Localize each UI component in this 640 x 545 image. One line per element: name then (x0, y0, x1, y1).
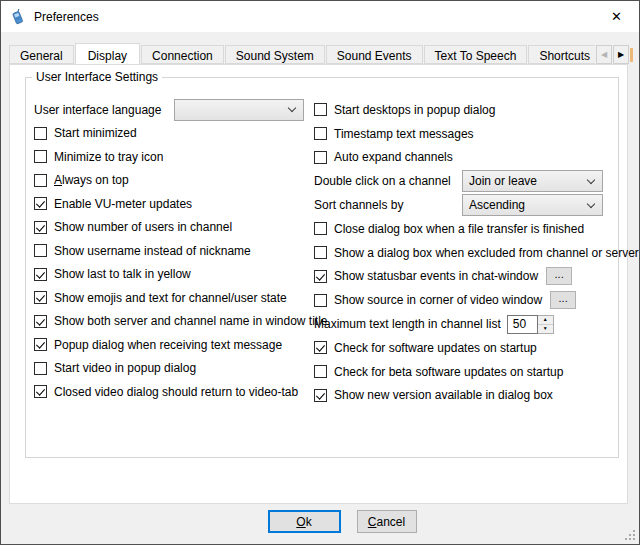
tab-label: Connection (152, 49, 213, 63)
checkbox-row[interactable]: Show username instead of nickname (34, 239, 314, 263)
checkbox[interactable] (34, 197, 47, 210)
checkbox-row[interactable]: Enable VU-meter updates (34, 192, 314, 216)
tab-scroll-right-icon[interactable]: ▶ (613, 45, 629, 64)
spinner-down-icon[interactable]: ▼ (538, 325, 553, 333)
checkbox[interactable] (314, 127, 327, 140)
checkbox[interactable] (34, 174, 47, 187)
checkbox[interactable] (314, 294, 327, 307)
ok-button[interactable]: Ok (268, 510, 341, 533)
right-checkbox-list-mid: Close dialog box when a file transfer is… (314, 217, 618, 265)
checkbox[interactable] (34, 244, 47, 257)
checkbox-row[interactable]: Show both server and channel name in win… (34, 310, 314, 334)
sort-channels-combobox-value: Ascending (469, 198, 525, 212)
titlebar[interactable]: Preferences ✕ (1, 1, 639, 32)
checkbox-row[interactable]: Closed video dialog should return to vid… (34, 380, 314, 404)
checkbox[interactable] (34, 338, 47, 351)
tab-label: General (20, 49, 63, 63)
user-interface-settings-group: User Interface Settings User interface l… (25, 77, 619, 458)
checkbox-row[interactable]: Start minimized (34, 122, 314, 146)
close-button[interactable]: ✕ (594, 1, 639, 31)
checkbox-row[interactable]: Always on top (34, 169, 314, 193)
tab-label: Sound Events (337, 49, 412, 63)
checkbox[interactable] (314, 389, 327, 402)
checkbox-row[interactable]: Check for software updates on startup (314, 336, 618, 360)
checkbox-label: Auto expand channels (334, 150, 453, 164)
tab[interactable]: Shortcuts (528, 45, 595, 64)
tab-label: Shortcuts (539, 49, 590, 63)
spinner-value[interactable]: 50 (507, 315, 538, 334)
tab-bar: General Display Connection Sound System … (9, 42, 633, 64)
resize-grip-dots (625, 538, 627, 540)
checkbox[interactable] (34, 127, 47, 140)
tab[interactable]: General (9, 45, 74, 64)
checkbox-label: Show source in corner of video window (334, 293, 542, 307)
sort-channels-combobox[interactable]: Ascending (462, 194, 603, 216)
checkbox-row[interactable]: Auto expand channels (314, 146, 618, 170)
tab[interactable]: Sound Events (326, 45, 423, 64)
tab[interactable]: Display (75, 43, 140, 64)
tab-scroller: ◀ ▶ (595, 42, 633, 64)
double-click-combobox[interactable]: Join or leave (462, 170, 603, 192)
footer: Ok Cancel (23, 510, 640, 533)
checkbox[interactable] (314, 246, 327, 259)
spinner-buttons: ▲ ▼ (538, 315, 554, 334)
checkbox[interactable] (34, 315, 47, 328)
checkbox-row[interactable]: Start desktops in popup dialog (314, 98, 618, 122)
tabs-strip: General Display Connection Sound System … (9, 42, 595, 64)
checkbox[interactable] (314, 341, 327, 354)
checkbox-row[interactable]: Show new version available in dialog box (314, 384, 618, 408)
checkbox[interactable] (34, 385, 47, 398)
checkbox-row[interactable]: Minimize to tray icon (34, 145, 314, 169)
checkbox-row[interactable]: Close dialog box when a file transfer is… (314, 217, 618, 241)
statusbar-events-more-button[interactable]: ... (546, 267, 572, 285)
left-column: User interface language Start minimized (34, 98, 314, 407)
tab-scroll-left-icon[interactable]: ◀ (596, 45, 612, 64)
checkbox-label: Start video in popup dialog (54, 361, 196, 375)
tab[interactable]: Text To Speech (424, 45, 528, 64)
tab[interactable]: Connection (141, 45, 224, 64)
preferences-dialog: Preferences ✕ General Display Connection (0, 0, 640, 545)
checkbox-label: Always on top (54, 173, 129, 187)
checkbox[interactable] (34, 150, 47, 163)
chevron-down-icon (587, 199, 595, 207)
checkbox-label: Check for software updates on startup (334, 341, 537, 355)
spinner-up-icon[interactable]: ▲ (538, 316, 553, 325)
checkbox-row[interactable]: Show a dialog box when excluded from cha… (314, 241, 618, 265)
checkbox-label: Show new version available in dialog box (334, 388, 553, 402)
checkbox-row[interactable]: Popup dialog when receiving text message (34, 333, 314, 357)
language-combobox[interactable] (174, 99, 304, 121)
double-click-label: Double click on a channel (314, 174, 462, 188)
checkbox-row[interactable]: Show last to talk in yellow (34, 263, 314, 287)
checkbox-row[interactable]: Check for beta software updates on start… (314, 360, 618, 384)
checkbox[interactable] (34, 268, 47, 281)
right-column: Start desktops in popup dialog Timestamp… (314, 98, 618, 407)
sort-channels-row: Sort channels by Ascending (314, 193, 618, 217)
double-click-combobox-value: Join or leave (469, 174, 537, 188)
checkbox[interactable] (314, 151, 327, 164)
checkbox[interactable] (34, 362, 47, 375)
tab[interactable]: Sound System (225, 45, 325, 64)
video-source-more-button[interactable]: ... (550, 291, 576, 309)
checkbox-label: Show statusbar events in chat-window (334, 269, 538, 283)
checkbox-row[interactable]: Show emojis and text for channel/user st… (34, 286, 314, 310)
checkbox-row[interactable]: Start video in popup dialog (34, 357, 314, 381)
checkbox-row[interactable]: Timestamp text messages (314, 122, 618, 146)
statusbar-events-row[interactable]: Show statusbar events in chat-window ... (314, 265, 618, 289)
checkbox-label: Enable VU-meter updates (54, 197, 192, 211)
checkbox[interactable] (314, 270, 327, 283)
checkbox-label: Show a dialog box when excluded from cha… (334, 246, 639, 260)
checkbox-label: Closed video dialog should return to vid… (54, 385, 298, 399)
checkbox[interactable] (314, 365, 327, 378)
checkbox-label: Start desktops in popup dialog (334, 103, 495, 117)
cancel-button[interactable]: Cancel (357, 510, 417, 533)
checkbox[interactable] (34, 291, 47, 304)
resize-grip[interactable] (625, 530, 635, 540)
checkbox-label: Show emojis and text for channel/user st… (54, 291, 287, 305)
checkbox[interactable] (314, 222, 327, 235)
checkbox-row[interactable]: Show number of users in channel (34, 216, 314, 240)
checkbox[interactable] (314, 103, 327, 116)
max-text-length-spinner[interactable]: 50 ▲ ▼ (507, 315, 554, 334)
checkbox[interactable] (34, 221, 47, 234)
video-source-row[interactable]: Show source in corner of video window ..… (314, 288, 618, 312)
checkbox-label: Check for beta software updates on start… (334, 365, 563, 379)
